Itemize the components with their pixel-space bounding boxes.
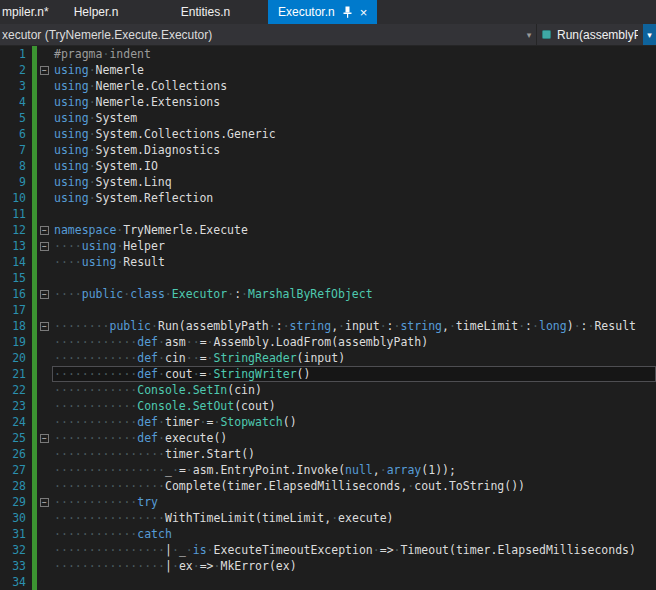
- code-line[interactable]: 4using·Nemerle.Extensions: [0, 94, 656, 110]
- code-line[interactable]: 6using·System.Collections.Generic: [0, 126, 656, 142]
- whitespace-dot: ·: [103, 367, 110, 381]
- code-line[interactable]: 2−using·Nemerle: [0, 62, 656, 78]
- code-line[interactable]: 11: [0, 206, 656, 222]
- whitespace-dot: ·: [54, 559, 61, 573]
- line-number: 22: [0, 382, 28, 398]
- whitespace-dot: ·: [75, 351, 82, 365]
- code-line[interactable]: 16−····public·class·Executor·:·MarshalBy…: [0, 286, 656, 302]
- code-text[interactable]: ····using·Result: [52, 254, 656, 270]
- tab-compiler[interactable]: mpiler.n*: [0, 0, 57, 24]
- code-line[interactable]: 7using·System.Diagnostics: [0, 142, 656, 158]
- code-text[interactable]: ············Console.SetOut(cout): [52, 398, 656, 414]
- code-line[interactable]: 30················WithTimeLimit(timeLimi…: [0, 510, 656, 526]
- code-text[interactable]: ················|·_·is·ExecuteTimeoutExc…: [52, 542, 656, 558]
- fold-collapse-icon[interactable]: −: [40, 226, 49, 235]
- fold-collapse-icon[interactable]: −: [40, 322, 49, 331]
- code-line[interactable]: 8using·System.IO: [0, 158, 656, 174]
- code-line[interactable]: 29−············try: [0, 494, 656, 510]
- tab-entities[interactable]: Entities.n: [163, 0, 248, 24]
- code-text[interactable]: using·Nemerle.Extensions: [52, 94, 656, 110]
- code-text[interactable]: [52, 270, 656, 286]
- code-text[interactable]: using·System: [52, 110, 656, 126]
- whitespace-dot: ·: [158, 559, 165, 573]
- code-line[interactable]: 17: [0, 302, 656, 318]
- code-text[interactable]: using·System.Diagnostics: [52, 142, 656, 158]
- code-text[interactable]: ················_·=·asm.EntryPoint.Invok…: [52, 462, 656, 478]
- pin-icon[interactable]: [342, 6, 353, 18]
- code-text[interactable]: ················timer.Start(): [52, 446, 656, 462]
- whitespace-dot: ·: [380, 319, 387, 333]
- code-line[interactable]: 32················|·_·is·ExecuteTimeoutE…: [0, 542, 656, 558]
- whitespace-dot: ·: [89, 431, 96, 445]
- code-text[interactable]: [52, 206, 656, 222]
- member-dropdown[interactable]: Run(assemblyPath ▾: [537, 24, 656, 45]
- code-line[interactable]: 21············def·cout·=·StringWriter(): [0, 366, 656, 382]
- fold-collapse-icon[interactable]: −: [40, 434, 49, 443]
- code-text[interactable]: using·Nemerle.Collections: [52, 78, 656, 94]
- code-line[interactable]: 31············catch: [0, 526, 656, 542]
- code-text[interactable]: ············def·timer·=·Stopwatch(): [52, 414, 656, 430]
- code-line[interactable]: 23············Console.SetOut(cout): [0, 398, 656, 414]
- whitespace-dot: ·: [68, 415, 75, 429]
- code-line[interactable]: 13−····using·Helper: [0, 238, 656, 254]
- code-text[interactable]: ············def·asm··=·Assembly.LoadFrom…: [52, 334, 656, 350]
- code-text[interactable]: ····public·class·Executor·:·MarshalByRef…: [52, 286, 656, 302]
- code-text[interactable]: using·System.Linq: [52, 174, 656, 190]
- code-text[interactable]: ················|·ex·=>·MkError(ex): [52, 558, 656, 574]
- whitespace-dot: ·: [241, 287, 248, 301]
- scope-dropdown[interactable]: xecutor (TryNemerle.Execute.Executor) ▾: [0, 24, 537, 45]
- whitespace-dot: ·: [68, 383, 75, 397]
- code-text[interactable]: ········public·Run(assemblyPath·:·string…: [52, 318, 656, 334]
- code-line[interactable]: 22············Console.SetIn(cin): [0, 382, 656, 398]
- code-text[interactable]: namespace·TryNemerle.Execute: [52, 222, 656, 238]
- whitespace-dot: ·: [61, 527, 68, 541]
- code-text[interactable]: [52, 302, 656, 318]
- code-text[interactable]: ············def·execute(): [52, 430, 656, 446]
- code-text[interactable]: ················WithTimeLimit(timeLimit,…: [52, 510, 656, 526]
- close-icon[interactable]: ×: [360, 6, 368, 19]
- code-line[interactable]: 15: [0, 270, 656, 286]
- fold-collapse-icon[interactable]: −: [40, 242, 49, 251]
- code-line[interactable]: 10using·System.Reflection: [0, 190, 656, 206]
- code-line[interactable]: 24············def·timer·=·Stopwatch(): [0, 414, 656, 430]
- code-line[interactable]: 9using·System.Linq: [0, 174, 656, 190]
- fold-collapse-icon[interactable]: −: [40, 66, 49, 75]
- whitespace-dot: ·: [96, 511, 103, 525]
- whitespace-dot: ·: [89, 495, 96, 509]
- tab-executor[interactable]: Executor.n ×: [268, 0, 377, 24]
- code-line[interactable]: 26················timer.Start(): [0, 446, 656, 462]
- code-text[interactable]: ············catch: [52, 526, 656, 542]
- code-line[interactable]: 25−············def·execute(): [0, 430, 656, 446]
- code-line[interactable]: 5using·System: [0, 110, 656, 126]
- code-text[interactable]: [52, 574, 656, 590]
- fold-collapse-icon[interactable]: −: [40, 290, 49, 299]
- code-text[interactable]: using·System.Reflection: [52, 190, 656, 206]
- code-text[interactable]: ················Complete(timer.ElapsedMi…: [52, 478, 656, 494]
- whitespace-dot: ·: [54, 399, 61, 413]
- code-text[interactable]: ············Console.SetIn(cin): [52, 382, 656, 398]
- code-text[interactable]: ············def·cout·=·StringWriter(): [52, 366, 656, 382]
- whitespace-dot: ·: [89, 191, 96, 205]
- fold-collapse-icon[interactable]: −: [40, 498, 49, 507]
- code-text[interactable]: #pragma·indent: [52, 46, 656, 62]
- code-line[interactable]: 20············def·cin··=·StringReader(in…: [0, 350, 656, 366]
- code-line[interactable]: 1#pragma·indent: [0, 46, 656, 62]
- code-text[interactable]: ····using·Helper: [52, 238, 656, 254]
- fold-margin: [37, 78, 52, 94]
- code-text[interactable]: using·System.Collections.Generic: [52, 126, 656, 142]
- code-line[interactable]: 27················_·=·asm.EntryPoint.Inv…: [0, 462, 656, 478]
- code-text[interactable]: using·Nemerle: [52, 62, 656, 78]
- code-line[interactable]: 28················Complete(timer.Elapsed…: [0, 478, 656, 494]
- code-line[interactable]: 19············def·asm··=·Assembly.LoadFr…: [0, 334, 656, 350]
- tab-helper[interactable]: Helper.n: [57, 0, 135, 24]
- code-line[interactable]: 34: [0, 574, 656, 590]
- code-text[interactable]: ············def·cin··=·StringReader(inpu…: [52, 350, 656, 366]
- code-line[interactable]: 33················|·ex·=>·MkError(ex): [0, 558, 656, 574]
- code-line[interactable]: 3using·Nemerle.Collections: [0, 78, 656, 94]
- whitespace-dot: ·: [82, 527, 89, 541]
- code-line[interactable]: 18−········public·Run(assemblyPath·:·str…: [0, 318, 656, 334]
- code-line[interactable]: 12−namespace·TryNemerle.Execute: [0, 222, 656, 238]
- code-line[interactable]: 14····using·Result: [0, 254, 656, 270]
- code-text[interactable]: ············try: [52, 494, 656, 510]
- code-text[interactable]: using·System.IO: [52, 158, 656, 174]
